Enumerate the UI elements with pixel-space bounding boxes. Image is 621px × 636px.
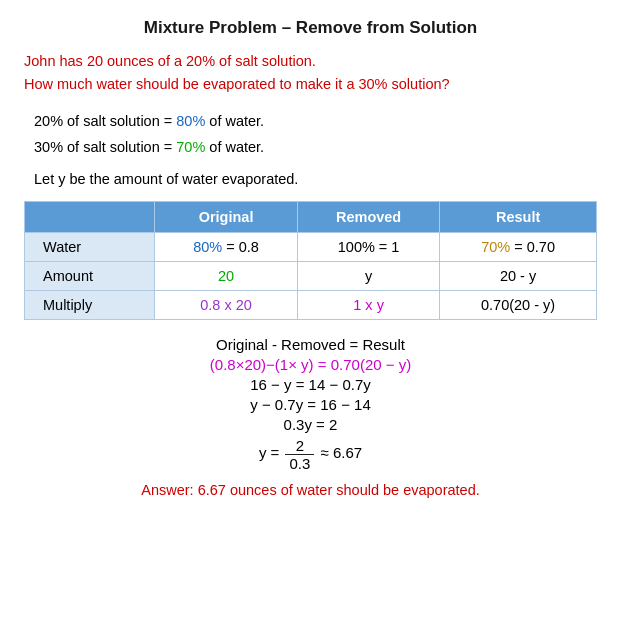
water-removed-rest: = 1 [375,239,400,255]
setup-line2-pct: 70% [176,139,205,155]
col-header-removed: Removed [298,201,440,232]
water-result-rest: = 0.70 [510,239,555,255]
water-result-pct: 70% [481,239,510,255]
water-orig-rest: = 0.8 [222,239,259,255]
setup-section: 20% of salt solution = 80% of water. 30%… [34,108,597,160]
table-row-amount: Amount 20 y 20 - y [25,261,597,290]
row-water-removed: 100% = 1 [298,232,440,261]
equations-section: Original - Removed = Result (0.8×20)−(1×… [24,336,597,472]
row-label-amount: Amount [25,261,155,290]
setup-line2: 30% of salt solution = 70% of water. [34,134,597,160]
col-header-blank [25,201,155,232]
row-water-original: 80% = 0.8 [155,232,298,261]
problem-line2: How much water should be evaporated to m… [24,73,597,96]
setup-line2-post: of water. [205,139,264,155]
table-row-water: Water 80% = 0.8 100% = 1 70% = 0.70 [25,232,597,261]
mixture-table-wrap: Original Removed Result Water 80% = 0.8 … [24,201,597,320]
table-row-multiply: Multiply 0.8 x 20 1 x y 0.70(20 - y) [25,290,597,319]
eq1-text: (0.8×20)−(1× y) = 0.70(20 − y) [210,356,411,373]
eq5-denominator: 0.3 [285,455,314,472]
eq5-approx: ≈ 6.67 [321,444,363,461]
eq1: (0.8×20)−(1× y) = 0.70(20 − y) [24,356,597,373]
eq-label: Original - Removed = Result [24,336,597,353]
row-amount-original: 20 [155,261,298,290]
row-amount-removed: y [298,261,440,290]
row-multiply-result: 0.70(20 - y) [440,290,597,319]
let-statement: Let y be the amount of water evaporated. [34,171,597,187]
row-multiply-original: 0.8 x 20 [155,290,298,319]
col-header-original: Original [155,201,298,232]
row-water-result: 70% = 0.70 [440,232,597,261]
setup-line2-pre: 30% of salt solution = [34,139,176,155]
row-amount-result: 20 - y [440,261,597,290]
eq5-numerator: 2 [285,437,314,455]
eq4: 0.3y = 2 [24,416,597,433]
eq3: y − 0.7y = 16 − 14 [24,396,597,413]
eq5-pre: y = [259,444,284,461]
page-title: Mixture Problem – Remove from Solution [24,18,597,38]
col-header-result: Result [440,201,597,232]
answer-text: Answer: 6.67 ounces of water should be e… [24,482,597,498]
row-label-water: Water [25,232,155,261]
row-multiply-removed: 1 x y [298,290,440,319]
multiply-orig-val: 0.8 x 20 [200,297,252,313]
row-label-multiply: Multiply [25,290,155,319]
eq5: y = 2 0.3 ≈ 6.67 [24,437,597,472]
setup-line1-pre: 20% of salt solution = [34,113,176,129]
problem-line1: John has 20 ounces of a 20% of salt solu… [24,50,597,73]
setup-line1: 20% of salt solution = 80% of water. [34,108,597,134]
problem-text: John has 20 ounces of a 20% of salt solu… [24,50,597,96]
eq5-fraction: 2 0.3 [285,437,314,472]
mixture-table: Original Removed Result Water 80% = 0.8 … [24,201,597,320]
multiply-removed-val: 1 x y [353,297,384,313]
setup-line1-pct: 80% [176,113,205,129]
amount-orig-val: 20 [218,268,234,284]
water-orig-pct: 80% [193,239,222,255]
eq2: 16 − y = 14 − 0.7y [24,376,597,393]
setup-line1-post: of water. [205,113,264,129]
water-removed-pct: 100% [338,239,375,255]
